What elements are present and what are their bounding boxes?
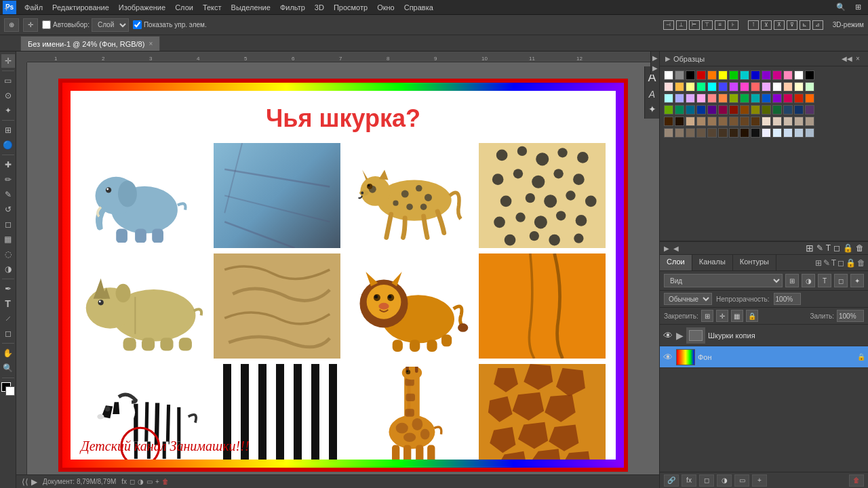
layer-delete-btn[interactable]: 🗑 (849, 474, 864, 487)
swatch-s3[interactable] (686, 94, 695, 103)
align-top-icon[interactable]: ⊤ (702, 20, 713, 30)
swatch-orange[interactable] (707, 70, 717, 80)
layer-options-icon[interactable]: ✎ (816, 243, 823, 253)
eraser-tool-btn[interactable]: ◻ (1, 218, 15, 231)
layer-visibility-bg[interactable]: 👁 (663, 352, 673, 363)
swatch-v8[interactable] (740, 128, 749, 138)
layer-visibility-group[interactable]: 👁 (663, 330, 673, 341)
menu-image[interactable]: Изображение (115, 2, 170, 13)
layer-mask-icon[interactable]: ◻ (833, 243, 840, 253)
swatch-t8[interactable] (740, 105, 749, 115)
menu-window[interactable]: Окно (373, 2, 399, 13)
play-btn[interactable]: ▶ (31, 477, 37, 487)
zoom-tool-btn[interactable]: 🔍 (1, 361, 15, 375)
swatch-r14[interactable] (805, 82, 814, 92)
expand-right-btn[interactable]: ▶ (652, 64, 658, 72)
swatch-s9[interactable] (751, 94, 760, 103)
shape-tool-btn[interactable]: ◻ (1, 327, 15, 340)
swatch-v6[interactable] (718, 128, 728, 138)
swatch-u9[interactable] (751, 117, 760, 126)
align-bottom-icon[interactable]: ⊦ (728, 20, 738, 30)
swatch-green[interactable] (729, 70, 738, 80)
layers-pixel-filter[interactable]: ⊞ (785, 274, 799, 287)
swatch-v12[interactable] (783, 128, 793, 138)
swatch-u10[interactable] (762, 117, 771, 126)
tab-layers[interactable]: Слои (660, 255, 692, 270)
swatch-r10[interactable] (762, 82, 771, 92)
dodge-tool-btn[interactable]: ◑ (1, 262, 15, 276)
auto-select-dropdown[interactable]: Слой (92, 18, 129, 32)
swatch-s8[interactable] (740, 94, 749, 103)
layer-group-btn[interactable]: ▭ (734, 474, 749, 487)
lasso-tool-btn[interactable]: ⊙ (1, 89, 15, 102)
swatch-t2[interactable] (675, 105, 684, 115)
tab-channels[interactable]: Каналы (692, 255, 733, 270)
menu-text[interactable]: Текст (199, 2, 226, 13)
move-corners-btn[interactable]: ⊕ (4, 18, 19, 32)
samples-expand-btn[interactable]: ◀◀ (842, 54, 852, 64)
layer-lock2-icon[interactable]: 🔒 (843, 243, 853, 253)
layer-type-icon[interactable]: T (826, 243, 831, 253)
distribute-top-icon[interactable]: ⊽ (787, 20, 797, 30)
swatch-t13[interactable] (794, 105, 804, 115)
distribute-right-icon[interactable]: ⊼ (774, 20, 785, 30)
bottom-icon-4[interactable]: ▭ (146, 478, 153, 485)
layer-expand-icon[interactable]: ▶ (676, 330, 684, 341)
bottom-icon-1[interactable]: fx (121, 478, 127, 485)
layers-icon-2[interactable]: ✎ (823, 258, 830, 268)
search-icon[interactable]: 🔍 (832, 1, 850, 13)
opacity-input[interactable] (774, 293, 801, 305)
layers-delete-icon[interactable]: 🗑 (857, 258, 865, 268)
swatch-t3[interactable] (686, 105, 695, 115)
swatch-gray50[interactable] (675, 70, 684, 80)
type-tool-btn[interactable]: T (1, 297, 15, 310)
layer-trash-icon[interactable]: 🗑 (856, 243, 864, 253)
brush-tool-btn[interactable]: ✏ (1, 173, 15, 186)
bottom-icon-5[interactable]: + (155, 478, 159, 485)
swatch-r11[interactable] (772, 82, 782, 92)
swatch-r13[interactable] (794, 82, 804, 92)
magic-wand-btn[interactable]: ✦ (1, 104, 15, 117)
layer-fx-btn[interactable]: fx (682, 474, 696, 487)
swatch-s14[interactable] (805, 94, 814, 103)
samples-collapse-icon[interactable]: ▶ (665, 55, 671, 62)
swatch-v2[interactable] (675, 128, 684, 138)
swatch-v1[interactable] (664, 128, 673, 138)
menu-layers[interactable]: Слои (171, 2, 197, 13)
distribute-bottom-icon[interactable]: ⊿ (812, 20, 823, 30)
swatch-v14[interactable] (805, 128, 814, 138)
swatch-red[interactable] (696, 70, 706, 80)
layers-icon-3[interactable]: T (831, 258, 836, 268)
swatch-cyan[interactable] (740, 70, 749, 80)
layers-filter-dropdown[interactable]: Вид (664, 274, 783, 287)
swatch-r2[interactable] (675, 82, 684, 92)
new-layer-icon[interactable]: ⊞ (806, 243, 814, 253)
swatch-r4[interactable] (696, 82, 706, 92)
swatch-r1[interactable] (664, 82, 673, 92)
swatch-t4[interactable] (696, 105, 706, 115)
swatch-t7[interactable] (729, 105, 738, 115)
collapse-right-btn[interactable]: ▶ (652, 54, 658, 62)
swatch-black2[interactable] (805, 70, 814, 80)
swatch-t14[interactable] (805, 105, 814, 115)
samples-close-btn[interactable]: × (853, 54, 863, 64)
swatch-v11[interactable] (772, 128, 782, 138)
layers-adjust-filter[interactable]: ◑ (802, 274, 815, 287)
prev-frame-btn[interactable]: ⟨⟨ (22, 477, 28, 487)
menu-edit[interactable]: Редактирование (48, 2, 113, 13)
layer-link-btn[interactable]: 🔗 (664, 474, 679, 487)
swatch-s12[interactable] (783, 94, 793, 103)
swatch-r6[interactable] (718, 82, 728, 92)
layers-type-filter[interactable]: T (818, 274, 831, 287)
lock-all-btn[interactable]: 🔒 (746, 310, 758, 322)
swatch-v13[interactable] (794, 128, 804, 138)
stamp-tool-btn[interactable]: ✎ (1, 188, 15, 201)
swatch-u12[interactable] (783, 117, 793, 126)
blend-mode-select[interactable]: Обычные (664, 293, 712, 305)
swatch-r7[interactable] (729, 82, 738, 92)
document-tab[interactable]: Без имени-1 @ 24% (Фон, RGB/8) × (20, 36, 160, 51)
show-transform-checkbox[interactable] (133, 20, 142, 29)
swatch-u13[interactable] (794, 117, 804, 126)
swatch-white[interactable] (664, 70, 673, 80)
foreground-color[interactable] (1, 382, 15, 396)
